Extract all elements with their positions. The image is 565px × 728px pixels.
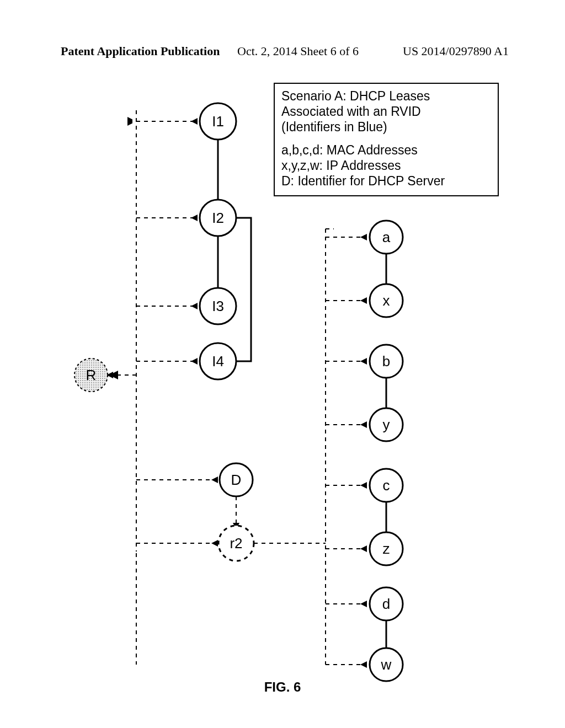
label-D: D: [231, 472, 242, 488]
svg-marker-47: [360, 601, 367, 607]
svg-marker-45: [360, 545, 367, 552]
node-c: c: [370, 469, 403, 502]
legend-box: Scenario A: DHCP Leases Associated with …: [274, 83, 499, 196]
svg-marker-49: [360, 661, 367, 668]
node-z: z: [370, 532, 403, 565]
legend-title-3: (Identifiers in Blue): [281, 119, 491, 135]
node-R: R: [74, 358, 108, 392]
node-I2: I2: [200, 200, 236, 236]
node-I4: I4: [200, 343, 236, 379]
node-d: d: [370, 587, 403, 620]
node-D: D: [220, 463, 253, 496]
label-y: y: [383, 416, 390, 433]
arrowheads-right-col: [326, 234, 367, 668]
legend-line-3: D: Identifier for DHCP Server: [281, 173, 491, 189]
node-b: b: [370, 345, 403, 378]
label-r2: r2: [230, 535, 242, 552]
page-container: Patent Application Publication Oct. 2, 2…: [0, 0, 565, 728]
label-b: b: [382, 353, 390, 370]
label-I3: I3: [212, 298, 224, 314]
edge-I2-I4: [236, 218, 251, 361]
node-y: y: [370, 408, 403, 441]
legend-title-1: Scenario A: DHCP Leases: [281, 88, 491, 104]
node-w: w: [370, 648, 403, 681]
label-R: R: [86, 367, 97, 383]
legend-title-2: Associated with an RVID: [281, 104, 491, 119]
svg-marker-43: [360, 482, 367, 489]
svg-marker-39: [360, 358, 367, 365]
legend-line-1: a,b,c,d: MAC Addresses: [281, 142, 491, 158]
label-a: a: [382, 229, 391, 245]
svg-marker-41: [360, 421, 367, 428]
svg-marker-37: [360, 297, 367, 304]
legend-line-2: x,y,z,w: IP Addresses: [281, 158, 491, 173]
node-x: x: [370, 284, 403, 317]
label-I1: I1: [212, 113, 224, 130]
figure-caption: FIG. 6: [0, 679, 565, 695]
label-I4: I4: [212, 353, 224, 370]
label-d: d: [382, 596, 390, 612]
node-I3: I3: [200, 288, 236, 324]
node-I1: I1: [200, 103, 236, 140]
arrowheads-left-col-correct: [106, 110, 226, 552]
label-I2: I2: [212, 210, 224, 226]
label-c: c: [383, 477, 390, 494]
svg-marker-35: [360, 234, 367, 240]
node-r2: r2: [218, 526, 254, 561]
node-a: a: [370, 221, 403, 254]
label-w: w: [381, 656, 392, 673]
label-z: z: [383, 540, 390, 557]
label-x: x: [383, 292, 390, 309]
svg-rect-17: [132, 110, 226, 552]
